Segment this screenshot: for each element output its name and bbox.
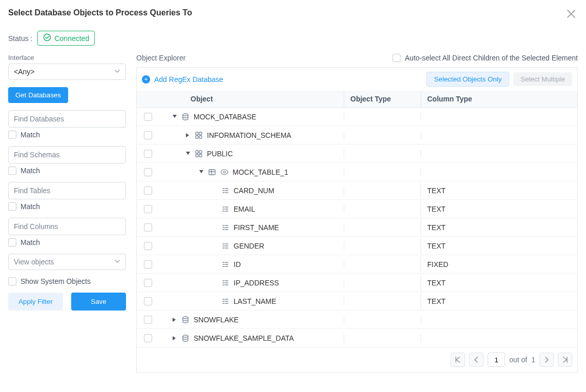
object-explorer-title: Object Explorer (136, 54, 185, 62)
expander-toggle[interactable] (172, 115, 177, 119)
status-badge: Connected (37, 31, 95, 46)
row-checkbox[interactable] (144, 334, 152, 342)
column-type-cell (421, 316, 577, 324)
pager-first-button[interactable] (451, 353, 465, 367)
pager-next-button[interactable] (539, 353, 554, 367)
eye-icon (220, 168, 228, 176)
row-checkbox[interactable] (144, 113, 152, 121)
object-name[interactable]: GENDER (234, 242, 264, 250)
object-name[interactable]: EMAIL (234, 205, 255, 213)
row-checkbox[interactable] (144, 187, 152, 195)
interface-value: <Any> (14, 68, 34, 76)
object-name[interactable]: IP_ADDRESS (234, 279, 279, 287)
row-checkbox[interactable] (144, 297, 152, 305)
object-name[interactable]: SNOWFLAKE_SAMPLE_DATA (194, 334, 294, 342)
interface-select[interactable]: <Any> (8, 64, 126, 80)
row-checkbox[interactable] (144, 150, 152, 158)
column-type-cell (421, 113, 577, 121)
pager-total: 1 (531, 356, 535, 364)
match-schemas-label: Match (20, 167, 40, 175)
row-checkbox[interactable] (144, 168, 152, 176)
close-icon[interactable] (567, 9, 576, 20)
object-name[interactable]: FIRST_NAME (234, 223, 279, 232)
plus-circle-icon: + (142, 75, 150, 84)
chevron-down-icon (114, 68, 120, 76)
match-databases-label: Match (20, 131, 40, 139)
object-type-cell (344, 242, 421, 250)
match-tables-checkbox[interactable] (8, 202, 16, 211)
selected-objects-only-button[interactable]: Selected Objects Only (426, 72, 509, 87)
object-type-cell (344, 223, 421, 232)
header-column-type: Column Type (421, 91, 577, 107)
column-type-cell: FIXED (421, 256, 577, 273)
object-name[interactable]: ID (234, 260, 241, 269)
table-row: PUBLIC (137, 145, 577, 163)
row-checkbox[interactable] (144, 279, 152, 287)
match-columns-checkbox[interactable] (8, 238, 16, 246)
table-row: GENDERTEXT (137, 237, 577, 255)
get-databases-button[interactable]: Get Databases (8, 87, 68, 103)
view-objects-select[interactable]: View objects (8, 254, 126, 270)
column-type-cell (421, 131, 577, 139)
auto-select-checkbox[interactable] (392, 54, 401, 62)
object-name[interactable]: LAST_NAME (234, 297, 276, 305)
expander-toggle[interactable] (199, 170, 204, 174)
save-button[interactable]: Save (71, 293, 126, 311)
object-name[interactable]: MOCK_DATABASE (194, 113, 256, 121)
column-icon (221, 260, 229, 269)
column-icon (221, 205, 229, 213)
apply-filter-button[interactable]: Apply Filter (8, 293, 63, 311)
find-tables-input[interactable] (8, 182, 126, 199)
database-icon (181, 334, 190, 342)
expander-toggle[interactable] (172, 318, 177, 322)
add-regex-database-button[interactable]: + Add RegEx Database (142, 75, 223, 84)
object-type-cell (344, 205, 421, 213)
column-type-cell (421, 168, 577, 176)
column-type-cell (421, 334, 577, 342)
object-name[interactable]: CARD_NUM (234, 187, 274, 195)
object-type-cell (344, 334, 421, 342)
find-schemas-input[interactable] (8, 146, 126, 163)
row-checkbox[interactable] (144, 223, 152, 232)
pager-prev-button[interactable] (469, 353, 484, 367)
pager-current-input[interactable] (488, 353, 505, 367)
object-name[interactable]: PUBLIC (207, 150, 233, 158)
table-row: SNOWFLAKE (137, 311, 577, 329)
object-name[interactable]: MOCK_TABLE_1 (233, 168, 288, 176)
header-checkbox-cell (137, 91, 159, 107)
row-checkbox[interactable] (144, 205, 152, 213)
pager-last-button[interactable] (558, 353, 572, 367)
table-row: EMAILTEXT (137, 200, 577, 218)
object-name[interactable]: INFORMATION_SCHEMA (207, 131, 291, 139)
expander-toggle[interactable] (185, 152, 191, 156)
expander-toggle[interactable] (172, 336, 177, 340)
find-columns-input[interactable] (8, 218, 126, 235)
show-system-objects-checkbox[interactable] (8, 277, 16, 285)
row-checkbox[interactable] (144, 260, 152, 269)
object-name[interactable]: SNOWFLAKE (194, 316, 239, 324)
auto-select-label: Auto-select All Direct Children of the S… (405, 54, 578, 62)
find-databases-input[interactable] (8, 110, 126, 128)
object-type-cell (344, 297, 421, 305)
row-checkbox[interactable] (144, 316, 152, 324)
match-schemas-checkbox[interactable] (8, 167, 16, 175)
row-checkbox[interactable] (144, 242, 152, 250)
show-system-objects-label: Show System Objects (20, 277, 91, 285)
column-type-cell: TEXT (421, 293, 577, 310)
match-databases-checkbox[interactable] (8, 131, 16, 139)
dialog-title: Select Database Objects to Process Queri… (8, 8, 578, 17)
table-row: SNOWFLAKE_SAMPLE_DATA (137, 329, 577, 347)
object-type-cell (344, 187, 421, 195)
view-objects-value: View objects (14, 258, 54, 266)
chevron-down-icon (114, 258, 120, 266)
object-type-cell (344, 260, 421, 269)
database-icon (181, 316, 190, 324)
object-type-cell (344, 113, 421, 121)
column-type-cell: TEXT (421, 219, 577, 236)
object-type-cell (344, 168, 421, 176)
expander-toggle[interactable] (185, 133, 191, 137)
row-checkbox[interactable] (144, 131, 152, 139)
check-circle-icon (43, 33, 51, 43)
select-multiple-button[interactable]: Select Multiple (513, 72, 572, 86)
table-row: MOCK_DATABASE (137, 108, 577, 126)
